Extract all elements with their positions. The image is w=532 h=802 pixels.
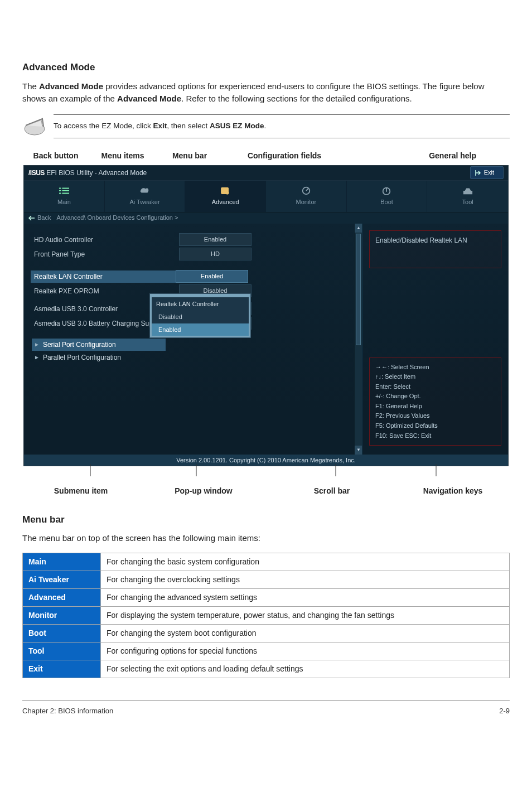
nav-key-line: F2: Previous Values [375,411,495,421]
exit-label: Exit [484,168,494,177]
th-advanced: Advanced [23,588,101,606]
breadcrumb: Advanced\ Onboard Devices Configuration … [56,213,178,223]
td-monitor: For displaying the system temperature, p… [101,606,510,624]
popup-option-disabled[interactable]: Disabled [152,311,249,323]
note-bold-1: Exit [153,122,167,130]
scroll-up-arrow-icon[interactable]: ▲ [355,224,362,233]
tab-boot-label: Boot [380,197,393,207]
desc-bold-1: Advanced Mode [39,81,103,91]
svg-rect-4 [62,187,69,189]
section-title-menu-bar: Menu bar [22,513,510,527]
label-menu-items: Menu items [89,150,156,162]
field-value[interactable]: Enabled [176,270,248,283]
tab-main-label: Main [57,197,71,207]
tab-main[interactable]: Main [24,181,105,212]
advanced-mode-description: The Advanced Mode provides advanced opti… [22,80,510,105]
svg-point-8 [226,191,229,194]
scroll-thumb[interactable] [356,234,361,345]
nav-key-line: Enter: Select [375,382,495,392]
label-navigation-keys: Navigation keys [396,485,510,497]
section-title-advanced-mode: Advanced Mode [22,60,510,75]
nav-key-line: ↑↓: Select Item [375,372,495,382]
note-bold-2: ASUS EZ Mode [210,122,264,130]
popup-option-enabled[interactable]: Enabled [152,323,249,336]
note-mid: , then select [167,122,210,130]
label-popup-window: Pop-up window [139,485,268,497]
tab-boot[interactable]: Boot [347,181,428,212]
field-label: Realtek LAN Controller [31,270,176,283]
popup-window[interactable]: Realtek LAN Controller Disabled Enabled [150,294,250,338]
table-row: BootFor changing the system boot configu… [23,624,510,642]
table-row: ExitFor selecting the exit options and l… [23,660,510,678]
svg-rect-3 [59,192,61,194]
submenu-parallel-port[interactable]: ►Parallel Port Configuration [34,351,168,364]
th-exit: Exit [23,660,101,678]
note-text: To access the EZ Mode, click Exit, then … [54,114,510,138]
field-label: HD Audio Controller [34,235,179,245]
field-front-panel[interactable]: Front Panel TypeHD [34,247,352,262]
field-value[interactable]: HD [179,248,252,260]
label-back-button: Back button [22,150,89,162]
scroll-bar[interactable]: ▲ ▼ [354,224,362,455]
nav-key-line: +/-: Change Opt. [375,392,495,402]
chevron-right-icon: ► [34,353,40,361]
tab-monitor-label: Monitor [296,197,316,207]
footer-chapter: Chapter 2: BIOS information [22,706,113,717]
svg-rect-5 [62,190,69,191]
help-text: Enabled/Disabled Realtek LAN [375,236,467,244]
th-boot: Boot [23,624,101,642]
tab-tool[interactable]: Tool [427,181,508,212]
footer-page-number: 2-9 [499,706,510,717]
nav-key-line: →←: Select Screen [375,363,495,373]
th-main: Main [23,553,101,571]
td-exit: For selecting the exit options and loadi… [101,660,510,678]
tab-ai-tweaker[interactable]: Ai Tweaker [105,181,186,212]
submenu-serial-port[interactable]: ►Serial Port Configuration [32,339,166,351]
th-monitor: Monitor [23,606,101,624]
label-configuration-fields: Configuration fields [229,150,340,162]
label-menu-bar: Menu bar [156,150,223,162]
tab-monitor[interactable]: Monitor [266,181,347,212]
popup-title: Realtek LAN Controller [152,299,249,311]
desc-bold-2: Advanced Mode [117,94,181,103]
menu-bar-description: The menu bar on top of the screen has th… [22,532,510,545]
desc-text-post: . Refer to the following sections for th… [181,94,412,103]
field-label: Front Panel Type [34,249,179,259]
menu-items-table: MainFor changing the basic system config… [22,553,510,678]
label-submenu-item: Submenu item [22,485,139,497]
th-tool: Tool [23,642,101,660]
td-main: For changing the basic system configurat… [101,553,510,571]
table-row: ToolFor configuring options for special … [23,642,510,660]
chevron-right-icon: ► [34,340,40,349]
bios-logo: /ISUS [28,169,45,177]
table-row: MonitorFor displaying the system tempera… [23,606,510,624]
field-value[interactable]: Enabled [179,233,252,246]
tab-advanced[interactable]: Advanced [185,181,266,212]
table-row: AdvancedFor changing the advanced system… [23,588,510,606]
desc-text-pre: The [22,81,39,91]
svg-rect-6 [62,192,69,194]
table-row: MainFor changing the basic system config… [23,553,510,571]
table-row: Ai TweakerFor changing the overclocking … [23,571,510,588]
label-general-help: General help [340,150,510,162]
bios-screenshot: /ISUS EFI BIOS Utility - Advanced Mode E… [23,165,509,466]
general-help-box: Enabled/Disabled Realtek LAN [369,230,501,268]
navigation-keys-box: →←: Select Screen ↑↓: Select Item Enter:… [369,357,501,446]
nav-key-line: F10: Save ESC: Exit [375,431,495,441]
tab-ai-tweaker-label: Ai Tweaker [129,197,159,207]
back-button[interactable]: Back [28,213,51,223]
th-ai-tweaker: Ai Tweaker [23,571,101,588]
td-advanced: For changing the advanced system setting… [101,588,510,606]
exit-button[interactable]: Exit [470,166,504,179]
field-hd-audio[interactable]: HD Audio ControllerEnabled [34,233,352,247]
submenu-label: Parallel Port Configuration [43,352,121,363]
note-pre: To access the EZ Mode, click [54,122,153,130]
tab-tool-label: Tool [462,197,473,207]
svg-rect-1 [59,187,61,189]
back-label: Back [37,213,51,223]
note-post: . [264,122,266,130]
nav-key-line: F1: General Help [375,402,495,412]
scroll-down-arrow-icon[interactable]: ▼ [355,446,362,455]
field-realtek-lan[interactable]: Realtek LAN ControllerEnabled [34,269,352,284]
tab-advanced-label: Advanced [212,197,239,207]
